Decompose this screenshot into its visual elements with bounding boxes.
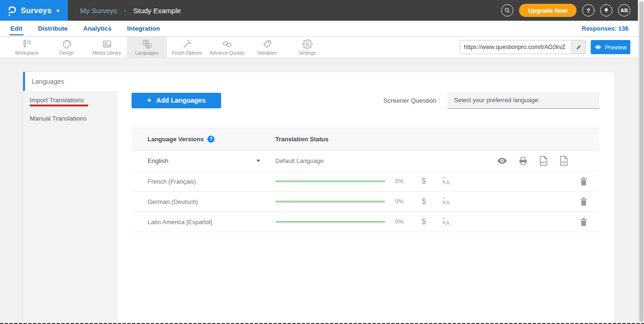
paid-translation-button[interactable]: $ [422,177,426,186]
toolbar-item-workspace[interactable]: Workspace [7,37,47,57]
questionpro-logo-icon [6,5,17,16]
translation-percent: 0% [395,219,404,225]
pdf-file-icon: PDF [559,156,568,166]
plus-icon: + [147,96,151,105]
notifications-button[interactable] [600,4,612,16]
screener-question-label: Screener Question : [383,97,440,104]
svg-text:DOC: DOC [541,161,547,163]
screener-question-group: Screener Question : Select your preferre… [383,92,599,109]
breadcrumb-separator-icon: › [124,7,126,14]
chevron-down-icon [256,160,260,162]
add-languages-button[interactable]: + Add Languages [132,93,221,108]
preview-button[interactable]: Preview [591,40,630,54]
tab-edit[interactable]: Edit [9,22,24,35]
scrollbar-track [638,0,644,324]
scrollbar-thumb[interactable] [639,1,644,322]
chain-link-icon [222,39,232,49]
default-language-actions: DOC PDF [385,156,599,166]
breadcrumb-current: Study Example [133,7,181,15]
table-row-default-language: English Default Language [132,150,599,171]
survey-nav: Edit Distribute Analytics Integration Re… [0,21,644,37]
avatar[interactable]: AB [618,4,630,16]
toolbar-item-languages[interactable]: Languages [127,37,167,57]
eye-icon [594,45,602,49]
content-area: Languages Import Translations Manual Tra… [0,58,644,324]
trash-icon [580,177,587,186]
breadcrumb-my-surveys[interactable]: My Surveys [80,7,117,15]
view-survey-button[interactable] [497,157,507,164]
column-translation-status: Translation Status [275,136,599,143]
surveys-app-menu[interactable]: Surveys [0,0,68,21]
tab-distribute[interactable]: Distribute [37,22,69,35]
languages-table: Language Versions ? Translation Status E… [132,128,599,232]
doc-file-icon: DOC [539,156,548,166]
print-button[interactable] [519,156,528,165]
eye-icon [497,157,507,164]
responses-count[interactable]: Responses: 136 [582,25,628,32]
panel-controls: + Add Languages Screener Question : Sele… [132,92,599,109]
edit-toolbar: Workspace Design Media Library [0,37,644,58]
export-pdf-button[interactable]: PDF [559,156,568,166]
trash-icon [580,218,587,226]
delete-language-button[interactable] [580,218,587,226]
auto-translate-button[interactable]: xA [442,197,450,206]
export-doc-button[interactable]: DOC [539,156,548,166]
translate-icon [142,39,152,49]
language-name: French (Français) [132,178,275,185]
printer-icon [519,156,528,165]
edit-url-button[interactable] [571,40,586,54]
translation-percent: 0% [395,178,404,185]
magic-wand-icon [182,39,192,49]
toolbar-item-advance-quotas[interactable]: Advance Quotas [207,37,247,57]
sidebar-item-manual-translations[interactable]: Manual Translations [23,109,117,128]
toolbar-item-settings[interactable]: Settings [287,37,327,57]
chevron-down-icon [56,10,60,12]
translation-progress-bar [275,180,385,182]
survey-url-input[interactable] [460,40,571,54]
screener-question-select[interactable]: Select your preferred language: [447,92,599,109]
gear-icon [302,39,313,49]
table-row-language: German (Deutsch) 0% $ xA [132,192,599,212]
breadcrumb: My Surveys › Study Example [80,7,181,15]
pencil-icon [576,44,582,50]
tag-icon [262,39,272,49]
translation-progress-bar [275,221,385,223]
survey-url-box [460,40,586,54]
paid-translation-button[interactable]: $ [422,218,426,226]
import-translations-underline-annotation [30,105,88,106]
topbar-actions: Upgrade Now ? AB [501,0,630,21]
auto-translate-button[interactable]: xA [442,177,450,186]
image-icon [102,39,112,49]
help-button[interactable]: ? [582,4,594,16]
table-header-row: Language Versions ? Translation Status [132,128,599,150]
default-language-status: Default Language [275,157,385,164]
workspace-icon [22,39,32,49]
sidebar-item-import-translations[interactable]: Import Translations [23,91,117,109]
translation-progress-bar [275,201,385,202]
palette-icon [62,39,72,49]
translation-percent: 0% [395,198,404,205]
table-row-language: French (Français) 0% $ xA [132,171,599,192]
language-name: Latin America [Español] [132,219,275,226]
help-icon[interactable]: ? [207,136,215,143]
toolbar-item-design[interactable]: Design [47,37,87,57]
delete-language-button[interactable] [580,197,587,206]
languages-card: Languages Import Translations Manual Tra… [23,72,615,324]
sidebar-item-languages[interactable]: Languages [23,72,117,91]
search-button[interactable] [501,4,513,16]
toolbar-item-variables[interactable]: Variables [247,37,287,57]
table-row-language: Latin America [Español] 0% $ xA [132,212,599,232]
paid-translation-button[interactable]: $ [422,197,426,206]
search-icon [504,7,511,14]
auto-translate-button[interactable]: xA [442,218,450,226]
upgrade-now-button[interactable]: Upgrade Now [519,4,577,17]
languages-sidebar: Languages Import Translations Manual Tra… [23,72,117,324]
tab-analytics[interactable]: Analytics [83,22,113,35]
toolbar-item-finish-options[interactable]: Finish Options [167,37,207,57]
delete-language-button[interactable] [580,177,587,186]
svg-text:PDF: PDF [561,161,567,163]
languages-panel: + Add Languages Screener Question : Sele… [117,72,615,324]
toolbar-item-media-library[interactable]: Media Library [87,37,127,57]
tab-integration[interactable]: Integration [126,22,161,35]
default-language-select[interactable]: English [132,157,275,164]
